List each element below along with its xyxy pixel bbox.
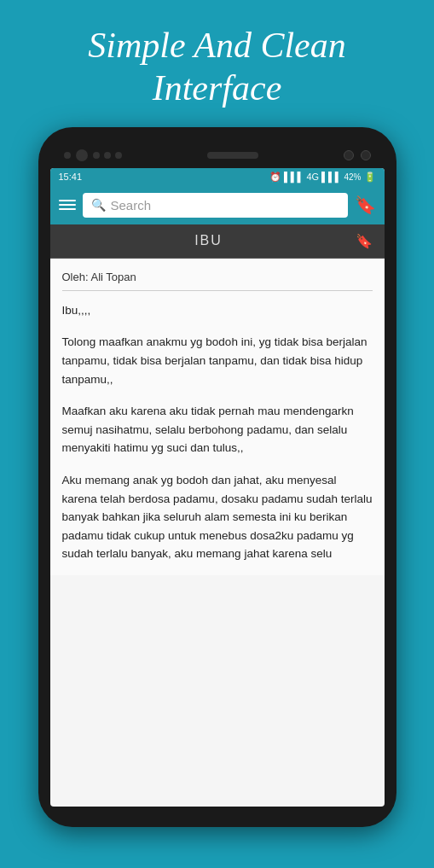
search-box[interactable]: 🔍 Search bbox=[83, 193, 348, 218]
dot-4 bbox=[115, 152, 122, 159]
camera-dots bbox=[64, 149, 122, 161]
dot-2 bbox=[93, 152, 100, 159]
poem-para-0: Ibu,,,, bbox=[62, 301, 373, 320]
camera-lens bbox=[76, 149, 88, 161]
network-icon: 4G bbox=[306, 172, 319, 182]
header-section: Simple And Clean Interface bbox=[0, 0, 434, 127]
status-time: 15:41 bbox=[59, 172, 83, 182]
app-title: Simple And Clean Interface bbox=[88, 26, 346, 108]
dot-3 bbox=[104, 152, 111, 159]
app-toolbar: 🔍 Search 🔖 bbox=[50, 186, 385, 224]
poem-bookmark-icon[interactable]: 🔖 bbox=[356, 233, 373, 249]
battery-icon: 🔋 bbox=[364, 172, 376, 183]
signal-icon: ▌▌▌ bbox=[284, 172, 304, 182]
author-line: Oleh: Ali Topan bbox=[62, 271, 373, 291]
poem-para-2: Maafkan aku karena aku tidak pernah mau … bbox=[62, 402, 373, 457]
phone-top-bar bbox=[50, 143, 385, 168]
poem-text: Ibu,,,, Tolong maafkan anakmu yg bodoh i… bbox=[62, 301, 373, 563]
search-placeholder: Search bbox=[111, 198, 152, 213]
poem-para-3: Aku memang anak yg bodoh dan jahat, aku … bbox=[62, 471, 373, 563]
poem-para-1: Tolong maafkan anakmu yg bodoh ini, yg t… bbox=[62, 333, 373, 388]
hamburger-line-1 bbox=[59, 200, 76, 201]
speaker bbox=[207, 152, 258, 159]
battery-text: 42% bbox=[344, 172, 361, 182]
phone-container: 15:41 ⏰ ▌▌▌ 4G ▌▌▌ 42% 🔋 🔍 Search 🔖 bbox=[38, 127, 396, 827]
wifi-icon: ▌▌▌ bbox=[321, 172, 341, 182]
poem-card-header: IBU 🔖 bbox=[50, 224, 385, 259]
sensor-2 bbox=[361, 150, 371, 160]
dot-row bbox=[93, 152, 122, 159]
poem-content: Oleh: Ali Topan Ibu,,,, Tolong maafkan a… bbox=[50, 259, 385, 575]
dot-1 bbox=[64, 152, 71, 159]
status-bar: 15:41 ⏰ ▌▌▌ 4G ▌▌▌ 42% 🔋 bbox=[50, 168, 385, 186]
sensors bbox=[344, 150, 371, 160]
hamburger-button[interactable] bbox=[59, 200, 76, 210]
content-area: IBU 🔖 Oleh: Ali Topan Ibu,,,, Tolong maa… bbox=[50, 224, 385, 575]
toolbar-bookmark-icon[interactable]: 🔖 bbox=[355, 195, 376, 215]
search-icon: 🔍 bbox=[91, 198, 106, 213]
status-icons-group: ⏰ ▌▌▌ 4G ▌▌▌ 42% 🔋 bbox=[269, 172, 375, 183]
hamburger-line-3 bbox=[59, 208, 76, 210]
poem-title: IBU bbox=[62, 233, 356, 248]
hamburger-line-2 bbox=[59, 204, 76, 206]
phone-screen: 15:41 ⏰ ▌▌▌ 4G ▌▌▌ 42% 🔋 🔍 Search 🔖 bbox=[50, 168, 385, 807]
alarm-icon: ⏰ bbox=[269, 172, 281, 183]
sensor-1 bbox=[344, 150, 354, 160]
